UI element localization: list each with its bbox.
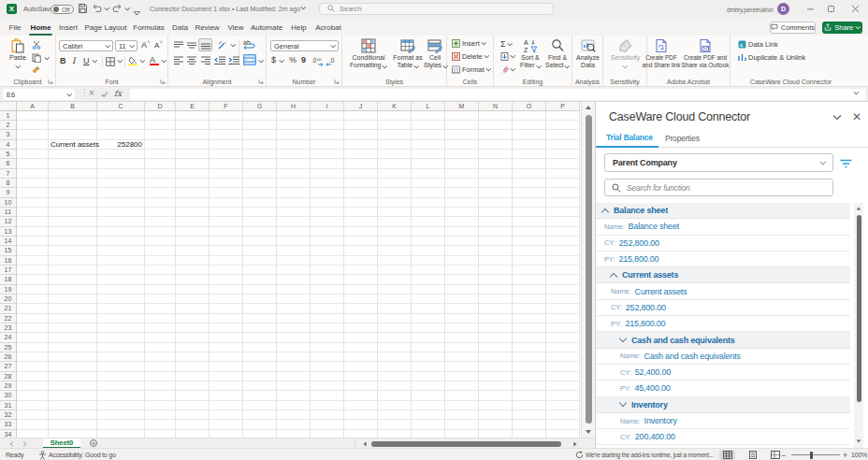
cell-C4[interactable]: 252800 xyxy=(117,140,142,150)
row-header-5[interactable]: 5 xyxy=(0,150,17,159)
pane-scrollbar[interactable] xyxy=(854,203,863,448)
wrap-text-icon[interactable]: ab xyxy=(243,38,256,50)
merge-center-dropdown-icon[interactable] xyxy=(259,58,264,63)
avatar[interactable]: D xyxy=(777,3,789,15)
create-pdf-outlook-button[interactable]: Create PDF and Share via Outlook xyxy=(678,38,732,69)
paste-button[interactable]: Paste xyxy=(6,38,30,69)
pane-scrollbar-thumb[interactable] xyxy=(857,215,861,402)
vertical-scrollbar-thumb[interactable] xyxy=(586,115,592,424)
status-accessibility[interactable]: Accessibility: Good to go xyxy=(49,452,116,458)
row-header-31[interactable]: 31 xyxy=(0,401,17,410)
page-layout-view-button[interactable] xyxy=(745,450,760,460)
increase-decimal-icon[interactable]: .000 xyxy=(311,56,324,66)
select-all-corner[interactable] xyxy=(0,102,17,111)
redo-dropdown-icon[interactable] xyxy=(125,6,130,10)
orientation-dropdown-icon[interactable] xyxy=(231,42,236,47)
align-middle-icon[interactable] xyxy=(187,41,196,50)
entity-dropdown[interactable]: Parent Company xyxy=(604,153,833,172)
row-header-12[interactable]: 12 xyxy=(0,217,17,226)
percent-format-icon[interactable]: % xyxy=(289,55,297,65)
row-header-17[interactable]: 17 xyxy=(0,266,17,275)
filter-icon[interactable] xyxy=(840,159,852,168)
underline-dropdown-icon[interactable] xyxy=(93,58,97,63)
row-header-26[interactable]: 26 xyxy=(0,352,17,362)
function-group-balance-sheet[interactable]: Balance sheet xyxy=(596,203,850,219)
function-search-box[interactable]: Search for function xyxy=(604,179,833,196)
row-header-9[interactable]: 9 xyxy=(0,188,17,197)
tab-split-grip[interactable]: ⋮ xyxy=(352,440,358,448)
row-header-7[interactable]: 7 xyxy=(0,169,17,179)
font-dialog-launcher[interactable] xyxy=(160,79,166,84)
number-dialog-launcher[interactable] xyxy=(334,79,340,84)
sheet-nav-left-icon[interactable] xyxy=(9,441,14,447)
row-header-1[interactable]: 1 xyxy=(0,111,17,121)
normal-view-button[interactable] xyxy=(719,450,735,460)
scroll-down-icon[interactable] xyxy=(586,430,591,434)
font-color-icon[interactable]: A xyxy=(150,55,159,65)
fill-button[interactable] xyxy=(500,52,515,61)
menu-tab-formulas[interactable]: Formulas xyxy=(135,21,163,34)
column-header-C[interactable]: C xyxy=(97,102,145,111)
row-header-19[interactable]: 19 xyxy=(0,285,17,295)
bold-button[interactable]: B xyxy=(60,56,66,65)
scroll-right-icon[interactable] xyxy=(573,442,576,447)
row-header-29[interactable]: 29 xyxy=(0,381,17,391)
underline-button[interactable]: U xyxy=(83,56,90,65)
row-header-10[interactable]: 10 xyxy=(0,198,17,208)
row-header-27[interactable]: 27 xyxy=(0,362,17,371)
menu-tab-view[interactable]: View xyxy=(227,21,244,34)
column-header-J[interactable]: J xyxy=(344,102,378,111)
horizontal-scrollbar-thumb[interactable] xyxy=(371,441,561,447)
format-as-table-button[interactable]: Format as Table xyxy=(391,38,425,69)
font-color-dropdown-icon[interactable] xyxy=(162,58,166,63)
menu-tab-insert[interactable]: Insert xyxy=(60,21,77,34)
merge-center-icon[interactable] xyxy=(243,54,256,65)
redo-icon[interactable] xyxy=(112,4,123,15)
row-header-28[interactable]: 28 xyxy=(0,372,17,381)
function-field-row[interactable]: PY:45,400.00 xyxy=(596,381,850,396)
function-field-row[interactable]: CY:200,400.00 xyxy=(596,429,850,445)
customize-quick-access-icon[interactable] xyxy=(134,7,140,12)
tab-trial-balance[interactable]: Trial Balance xyxy=(596,129,658,148)
tab-properties[interactable]: Properties xyxy=(661,129,703,148)
row-header-6[interactable]: 6 xyxy=(0,159,17,168)
decrease-indent-icon[interactable] xyxy=(214,56,225,65)
insert-cells-button[interactable]: Insert xyxy=(452,39,485,48)
zoom-out-icon[interactable]: − xyxy=(781,451,786,460)
new-sheet-button[interactable]: + xyxy=(90,439,97,447)
clipboard-dialog-launcher[interactable] xyxy=(48,79,53,84)
format-cells-button[interactable]: Format xyxy=(452,65,490,74)
column-header-F[interactable]: F xyxy=(210,102,243,111)
copy-dropdown-icon[interactable] xyxy=(45,55,50,60)
function-field-row[interactable]: PY:215,800.00 xyxy=(596,316,850,332)
row-header-24[interactable]: 24 xyxy=(0,333,17,342)
menu-tab-file[interactable]: File xyxy=(9,21,21,34)
enter-icon[interactable] xyxy=(101,91,108,98)
fill-color-icon[interactable] xyxy=(128,56,137,65)
align-top-icon[interactable] xyxy=(174,41,183,50)
row-header-15[interactable]: 15 xyxy=(0,246,17,255)
column-header-O[interactable]: O xyxy=(513,102,546,111)
align-center-icon[interactable] xyxy=(187,56,196,65)
row-header-18[interactable]: 18 xyxy=(0,275,17,284)
zoom-in-icon[interactable]: + xyxy=(843,451,847,460)
italic-button[interactable]: I xyxy=(72,56,76,65)
align-left-icon[interactable] xyxy=(174,56,183,65)
fill-color-dropdown-icon[interactable] xyxy=(140,58,145,63)
formula-bar-grip[interactable]: ⋮ xyxy=(80,89,88,97)
menu-tab-acrobat[interactable]: Acrobat xyxy=(315,21,341,34)
function-field-row[interactable]: PY:215,800.00 xyxy=(596,252,850,267)
column-header-B[interactable]: B xyxy=(49,102,97,111)
undo-dropdown-icon[interactable] xyxy=(105,6,109,10)
function-group-cash-and-cash-equivalents[interactable]: Cash and cash equivalents xyxy=(596,332,850,348)
user-name[interactable]: dmitry.peretrukhin xyxy=(727,7,774,13)
menu-tab-review[interactable]: Review xyxy=(195,21,219,34)
column-header-P[interactable]: P xyxy=(546,102,580,111)
menu-tab-home[interactable]: Home xyxy=(31,21,51,34)
shrink-font-icon[interactable]: A˅ xyxy=(154,39,163,50)
autosum-button[interactable]: Σ xyxy=(500,39,512,49)
conditional-formatting-button[interactable]: Conditional Formatting xyxy=(345,38,392,69)
copy-icon[interactable] xyxy=(32,53,41,63)
zoom-slider-thumb[interactable] xyxy=(810,452,813,459)
function-field-row[interactable]: Name:Inventory xyxy=(596,413,850,429)
